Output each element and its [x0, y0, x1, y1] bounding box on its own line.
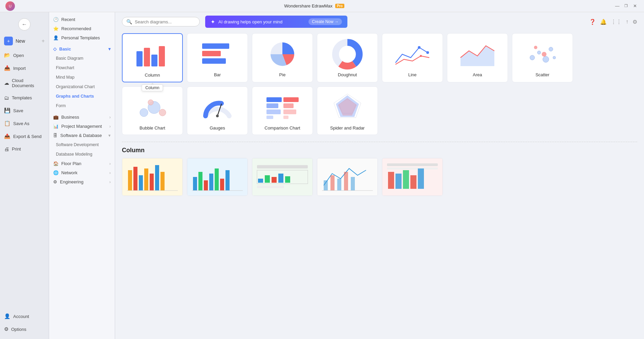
- share-icon[interactable]: ↑: [626, 19, 628, 25]
- sidebar-item-save[interactable]: 💾 Save: [0, 104, 49, 117]
- subcategory-sw-dev[interactable]: Software Development: [49, 140, 115, 149]
- svg-rect-51: [204, 180, 208, 191]
- avatar[interactable]: U: [5, 1, 15, 11]
- svg-rect-73: [388, 172, 394, 189]
- search-box[interactable]: 🔍: [122, 17, 200, 26]
- category-engineering[interactable]: ⚙ Engineering ›: [49, 177, 115, 186]
- template-card-4[interactable]: [317, 158, 378, 196]
- save-icon: 💾: [4, 107, 10, 114]
- svg-point-12: [426, 51, 429, 54]
- chart-card-scatter[interactable]: Scatter: [512, 33, 573, 82]
- sidebar-item-templates[interactable]: 🗂 Templates: [0, 92, 49, 104]
- svg-rect-42: [133, 167, 137, 191]
- network-chevron: ›: [109, 170, 111, 175]
- open-icon: 📂: [4, 52, 10, 58]
- chart-card-comparison[interactable]: Comparison Chart: [252, 86, 313, 135]
- svg-rect-28: [266, 97, 282, 102]
- back-button[interactable]: ←: [18, 18, 30, 31]
- help-icon[interactable]: ❓: [589, 19, 596, 25]
- chart-label-doughnut: Doughnut: [338, 72, 357, 77]
- project-chevron: ›: [109, 124, 111, 129]
- template-card-2[interactable]: [187, 158, 248, 196]
- category-floor-plan[interactable]: 🏠 Floor Plan ›: [49, 159, 115, 168]
- main-content: 🔍 ✦ AI drawing helps open your mind Crea…: [115, 12, 644, 339]
- template-card-3[interactable]: [252, 158, 313, 196]
- svg-point-16: [537, 51, 541, 54]
- svg-rect-66: [330, 175, 335, 191]
- svg-rect-77: [418, 168, 424, 189]
- svg-rect-54: [220, 179, 224, 191]
- subcategory-org-chart[interactable]: Organizational Chart: [49, 82, 115, 92]
- business-chevron: ›: [109, 115, 111, 120]
- sidebar-item-import[interactable]: 📥 Import: [0, 62, 49, 75]
- subcategory-form[interactable]: Form: [49, 101, 115, 111]
- charts-area: Column Column Bar: [115, 30, 644, 339]
- template-card-1[interactable]: [122, 158, 183, 196]
- search-input[interactable]: [135, 19, 195, 24]
- category-business[interactable]: 💼 Business ›: [49, 113, 115, 122]
- cloud-icon: ☁: [4, 80, 9, 86]
- chart-card-spider[interactable]: Spider and Radar: [317, 86, 378, 135]
- svg-rect-72: [387, 167, 438, 170]
- recent-icon: 🕐: [53, 17, 59, 22]
- chart-card-pie[interactable]: Pie: [252, 33, 313, 82]
- category-software-db[interactable]: 🗄 Software & Database ▾: [49, 131, 115, 140]
- template-card-5[interactable]: [382, 158, 443, 196]
- settings-icon[interactable]: ⚙: [632, 19, 637, 25]
- chart-card-gauges[interactable]: Gauges: [187, 86, 248, 135]
- create-now-button[interactable]: Create Now →: [308, 18, 342, 25]
- sidebar-item-options[interactable]: ⚙ Options: [0, 323, 49, 336]
- svg-rect-59: [258, 179, 263, 183]
- chart-card-area[interactable]: Area: [447, 33, 508, 82]
- subcategory-graphs-charts[interactable]: Graphs and Charts: [49, 92, 115, 101]
- close-button[interactable]: ✕: [631, 2, 639, 10]
- chart-label-scatter: Scatter: [535, 72, 549, 77]
- category-basic[interactable]: ◇ Basic ▾: [49, 44, 115, 54]
- svg-rect-69: [351, 177, 355, 191]
- chart-card-bubble[interactable]: Bubble Chart: [122, 86, 183, 135]
- sidebar-item-export[interactable]: 📤 Export & Send: [0, 130, 49, 143]
- notification-icon[interactable]: 🔔: [600, 19, 607, 25]
- subcategory-basic-diagram[interactable]: Basic Diagram: [49, 54, 115, 63]
- sidebar-item-new[interactable]: + New +: [0, 33, 49, 49]
- saveas-icon: 📋: [4, 120, 10, 126]
- category-recommended[interactable]: ⭐Recommended: [49, 24, 115, 33]
- svg-rect-1: [144, 48, 150, 66]
- sidebar-item-account[interactable]: 👤 Account: [0, 310, 49, 323]
- svg-rect-57: [257, 165, 308, 168]
- restore-button[interactable]: ❐: [622, 2, 630, 10]
- import-icon: 📥: [4, 65, 10, 71]
- subcategory-mind-map[interactable]: Mind Map: [49, 73, 115, 82]
- svg-rect-30: [266, 109, 281, 114]
- chart-card-bar[interactable]: Bar: [187, 33, 248, 82]
- templates-grid: [122, 158, 637, 196]
- category-recent[interactable]: 🕐Recent: [49, 15, 115, 24]
- category-project-mgmt[interactable]: 📊 Project Management ›: [49, 122, 115, 131]
- floor-chevron: ›: [109, 161, 111, 166]
- svg-rect-63: [285, 176, 290, 183]
- chart-card-column[interactable]: Column Column: [122, 33, 183, 82]
- minimize-button[interactable]: —: [614, 2, 621, 10]
- sidebar-item-open[interactable]: 📂 Open: [0, 49, 49, 62]
- sidebar-item-print[interactable]: 🖨 Print: [0, 143, 49, 155]
- svg-rect-41: [128, 170, 132, 191]
- svg-point-25: [148, 100, 153, 105]
- svg-rect-76: [410, 175, 416, 189]
- sidebar: ← + New + 📂 Open 📥 Import ☁ Cloud Docume…: [0, 12, 49, 339]
- svg-rect-47: [160, 172, 165, 191]
- apps-icon[interactable]: ⋮⋮: [611, 19, 622, 25]
- ai-banner[interactable]: ✦ AI drawing helps open your mind Create…: [205, 16, 347, 28]
- chart-label-area: Area: [473, 72, 482, 77]
- subcategory-flowchart[interactable]: Flowchart: [49, 63, 115, 73]
- chart-label-line: Line: [408, 72, 417, 77]
- chart-card-line[interactable]: Line: [382, 33, 443, 82]
- subcategory-db-model[interactable]: Database Modeling: [49, 149, 115, 159]
- category-network[interactable]: 🌐 Network ›: [49, 168, 115, 177]
- sidebar-item-saveas[interactable]: 📋 Save As: [0, 117, 49, 130]
- svg-rect-32: [283, 97, 299, 102]
- sidebar-item-cloud[interactable]: ☁ Cloud Documents: [0, 75, 49, 92]
- chart-label-bubble: Bubble Chart: [139, 125, 165, 131]
- chart-card-doughnut[interactable]: Doughnut: [317, 33, 378, 82]
- category-personal[interactable]: 👤Personal Templates: [49, 33, 115, 42]
- network-icon: 🌐: [53, 170, 59, 175]
